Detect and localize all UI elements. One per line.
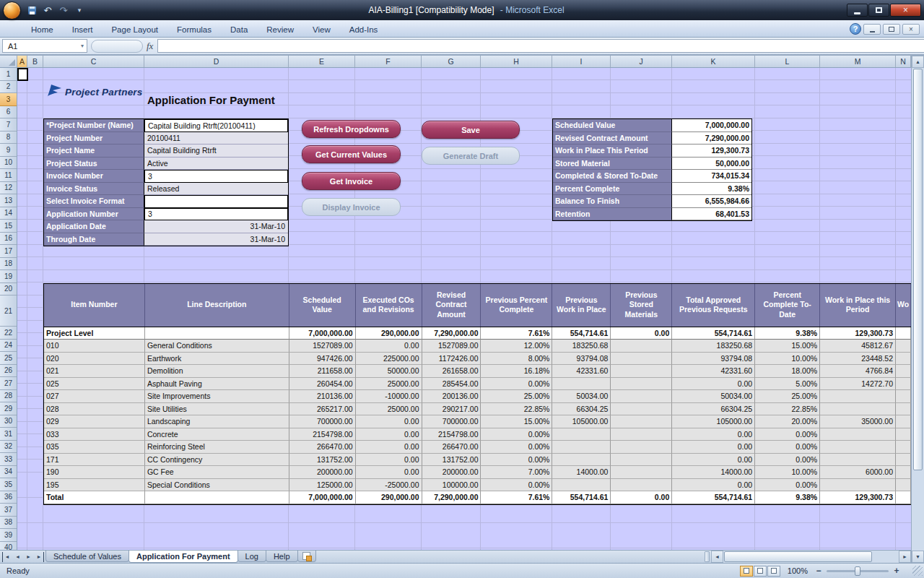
first-sheet-icon[interactable]: ◄	[2, 552, 12, 562]
horizontal-scroll-thumb[interactable]	[724, 551, 872, 562]
table-cell[interactable]	[611, 441, 672, 454]
row-header-36[interactable]: 36	[0, 491, 17, 504]
table-cell[interactable]: 131752.00	[289, 454, 356, 467]
row-header-25[interactable]: 25	[0, 352, 17, 365]
form-field-application-number[interactable]: 3	[144, 208, 288, 221]
row-header-35[interactable]: 35	[0, 478, 17, 491]
table-cell[interactable]: 0.00	[672, 441, 755, 454]
table-cell[interactable]: 021	[44, 365, 145, 378]
row-header-15[interactable]: 15	[0, 220, 17, 233]
table-cell[interactable]: 0.00%	[755, 479, 820, 492]
table-cell[interactable]	[896, 353, 911, 366]
row-header-30[interactable]: 30	[0, 415, 17, 428]
table-cell[interactable]: 25000.00	[356, 403, 422, 416]
formula-input[interactable]	[157, 39, 924, 53]
row-header-3[interactable]: 3	[0, 93, 17, 106]
name-box-dropdown-icon[interactable]: ▾	[81, 43, 87, 49]
normal-view-icon[interactable]	[740, 566, 753, 577]
table-cell[interactable]: 50034.00	[552, 390, 611, 403]
table-cell[interactable]: 1527089.00	[422, 340, 481, 353]
row-header-28[interactable]: 28	[0, 390, 17, 403]
ribbon-tab-add-ins[interactable]: Add-Ins	[340, 22, 388, 37]
table-cell[interactable]: 029	[44, 415, 145, 428]
table-cell[interactable]	[552, 441, 611, 454]
table-cell[interactable]: 266470.00	[422, 441, 481, 454]
table-cell[interactable]	[896, 491, 911, 504]
page-layout-view-icon[interactable]	[754, 566, 767, 577]
row-header-18[interactable]: 18	[0, 258, 17, 271]
tab-split-handle[interactable]	[705, 551, 710, 562]
get-invoice-button[interactable]: Get Invoice	[302, 172, 401, 190]
table-cell[interactable]	[611, 479, 672, 492]
table-cell[interactable]: 0.00%	[481, 454, 552, 467]
sheet-canvas[interactable]: Project Partners Application For Payment…	[0, 68, 911, 550]
table-cell[interactable]: 0.00	[672, 378, 755, 391]
select-all-corner[interactable]	[0, 56, 17, 67]
scroll-up-icon[interactable]: ▲	[912, 56, 924, 68]
row-header-33[interactable]: 33	[0, 453, 17, 466]
table-cell[interactable]: Reinforcing Steel	[145, 441, 289, 454]
table-cell[interactable]	[820, 428, 896, 441]
horizontal-scrollbar[interactable]: ◄ ►	[711, 551, 911, 563]
table-cell[interactable]: 947426.00	[289, 353, 356, 366]
form-field-through-date[interactable]: 31-Mar-10	[144, 233, 288, 246]
scroll-down-icon[interactable]: ▼	[912, 551, 924, 563]
table-cell[interactable]: 0.00	[356, 466, 422, 479]
table-cell[interactable]: 211658.00	[289, 365, 356, 378]
table-cell[interactable]: 15.00%	[481, 415, 552, 428]
table-cell[interactable]: Special Conditions	[145, 479, 289, 492]
table-cell[interactable]: 035	[44, 441, 145, 454]
table-cell[interactable]: 22.85%	[755, 403, 820, 416]
table-cell[interactable]	[611, 378, 672, 391]
table-cell[interactable]	[611, 454, 672, 467]
row-header-11[interactable]: 11	[0, 169, 17, 182]
ribbon-tab-view[interactable]: View	[303, 22, 340, 37]
table-cell[interactable]: 14000.00	[672, 466, 755, 479]
table-cell[interactable]: 7,290,000.00	[422, 327, 481, 340]
table-cell[interactable]	[820, 403, 896, 416]
ribbon-tab-page-layout[interactable]: Page Layout	[102, 22, 167, 37]
table-cell[interactable]: 290,000.00	[356, 491, 422, 504]
table-cell[interactable]: 100000.00	[422, 479, 481, 492]
zoom-out-icon[interactable]: −	[814, 566, 823, 576]
sheet-tab-application-for-payment[interactable]: Application For Payment	[128, 551, 238, 563]
row-header-34[interactable]: 34	[0, 466, 17, 479]
table-cell[interactable]: 0.00	[611, 491, 672, 504]
column-header-l[interactable]: L	[755, 56, 820, 67]
table-cell[interactable]: 183250.68	[672, 340, 755, 353]
maximize-button[interactable]	[868, 4, 889, 17]
table-cell[interactable]	[820, 479, 896, 492]
column-header-n[interactable]: N	[896, 56, 911, 67]
table-cell[interactable]: 4766.84	[820, 365, 896, 378]
table-cell[interactable]: 290,000.00	[356, 327, 422, 340]
table-cell[interactable]	[552, 428, 611, 441]
table-cell[interactable]	[611, 340, 672, 353]
table-cell[interactable]: 210136.00	[289, 390, 356, 403]
table-cell[interactable]: Site Utilities	[145, 403, 289, 416]
table-cell[interactable]: 025	[44, 378, 145, 391]
row-header-24[interactable]: 24	[0, 340, 17, 353]
ribbon-tab-review[interactable]: Review	[257, 22, 303, 37]
table-cell[interactable]: 010	[44, 340, 145, 353]
table-cell[interactable]: 14272.70	[820, 378, 896, 391]
table-cell[interactable]	[896, 479, 911, 492]
table-cell[interactable]: 0.00%	[481, 378, 552, 391]
table-cell[interactable]: 265217.00	[289, 403, 356, 416]
table-cell[interactable]: 105000.00	[552, 415, 611, 428]
table-cell[interactable]	[552, 378, 611, 391]
table-cell[interactable]: 8.00%	[481, 353, 552, 366]
zoom-track[interactable]	[827, 570, 889, 572]
qat-dropdown-icon[interactable]: ▾	[72, 4, 87, 17]
column-header-k[interactable]: K	[672, 56, 755, 67]
help-icon[interactable]: ?	[850, 23, 861, 35]
table-cell[interactable]: 0.00%	[755, 428, 820, 441]
table-cell[interactable]: 700000.00	[289, 415, 356, 428]
table-cell[interactable]	[611, 365, 672, 378]
column-header-j[interactable]: J	[611, 56, 672, 67]
table-cell[interactable]: 14000.00	[552, 466, 611, 479]
table-cell[interactable]	[896, 403, 911, 416]
workbook-restore-button[interactable]	[883, 24, 900, 35]
table-cell[interactable]: 2154798.00	[289, 428, 356, 441]
table-cell[interactable]: 554,714.61	[672, 327, 755, 340]
table-cell[interactable]: 261658.00	[422, 365, 481, 378]
